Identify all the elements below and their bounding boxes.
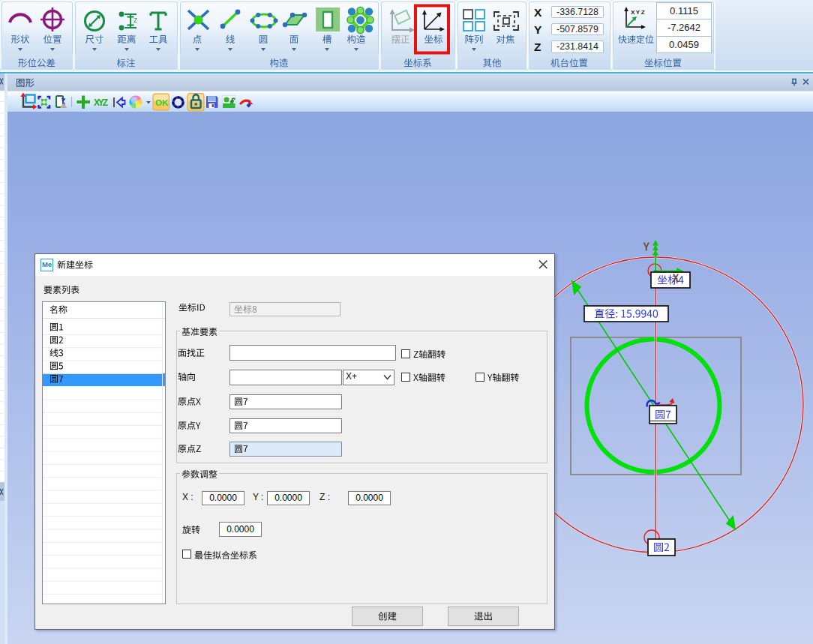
svg-text:OK: OK	[155, 98, 169, 107]
svg-text:XYZ: XYZ	[94, 97, 108, 108]
